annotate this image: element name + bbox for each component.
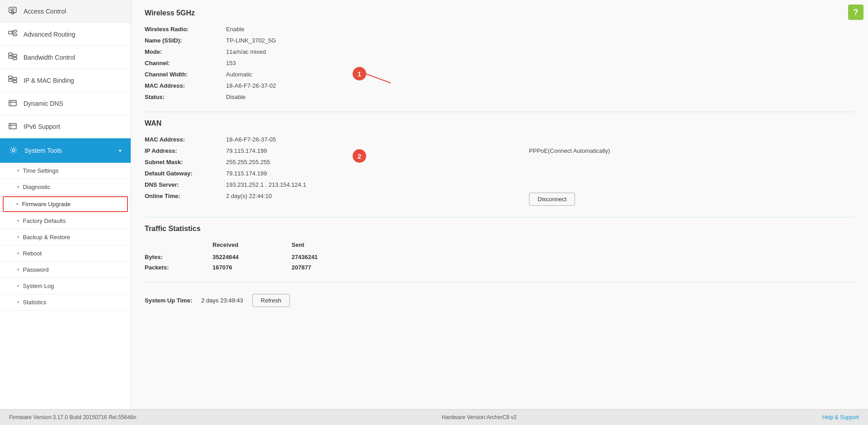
subitem-label: Time Settings <box>23 167 59 174</box>
field-value: 255.255.255.255 <box>226 156 515 168</box>
shield-icon <box>8 6 18 16</box>
sidebar-subitem-backup-restore[interactable]: Backup & Restore <box>0 229 131 246</box>
field-label: Channel Width: <box>145 69 226 80</box>
sidebar-subitem-diagnostic[interactable]: Diagnostic <box>0 179 131 195</box>
help-support-link[interactable]: Help & Support <box>822 414 859 420</box>
subitem-label: Password <box>23 266 49 273</box>
svg-rect-12 <box>13 57 17 60</box>
binding-icon <box>8 76 18 85</box>
field-extra <box>515 179 854 190</box>
table-row: Default Gateway: 79.115.174.199 <box>145 168 854 179</box>
disconnect-button[interactable]: Disconnect <box>529 193 575 206</box>
table-row: MAC Address: 18-A6-F7-26-37-05 <box>145 134 854 145</box>
sidebar-item-access-control[interactable]: Access Control <box>0 0 131 23</box>
firmware-version: Firmware Version:3.17.0 Build 20150716 R… <box>9 414 137 420</box>
subitem-label: Factory Defaults <box>23 217 66 224</box>
section-divider-3 <box>145 282 854 282</box>
table-row: Channel Width: Automatic <box>145 69 854 80</box>
field-extra: PPPoE(Connect Automatically) <box>515 145 854 156</box>
svg-line-8 <box>12 33 13 35</box>
svg-rect-14 <box>9 79 12 81</box>
svg-rect-16 <box>13 80 17 83</box>
sidebar-item-dynamic-dns[interactable]: Dynamic DNS <box>0 92 131 115</box>
svg-point-23 <box>12 149 15 151</box>
uptime-label: System Up Time: <box>145 297 192 304</box>
svg-rect-15 <box>13 77 17 80</box>
sidebar-subitem-factory-defaults[interactable]: Factory Defaults <box>0 213 131 229</box>
footer: Firmware Version:3.17.0 Build 20150716 R… <box>0 409 868 425</box>
field-label: Mode: <box>145 46 226 57</box>
uptime-section: System Up Time: 2 days 23:49:43 Refresh <box>145 289 854 312</box>
svg-rect-13 <box>9 76 12 78</box>
table-row-bytes: Bytes: 35224644 27436241 <box>145 252 371 262</box>
traffic-section-title: Traffic Statistics <box>145 225 854 233</box>
field-label: Online Time: <box>145 190 226 208</box>
sidebar-item-label: IP & MAC Binding <box>24 77 74 84</box>
sidebar-item-advanced-routing[interactable]: Advanced Routing <box>0 23 131 46</box>
sidebar-subitem-firmware-upgrade[interactable]: Firmware Upgrade <box>3 196 128 212</box>
refresh-button[interactable]: Refresh <box>252 294 290 307</box>
annotation-2: 2 <box>353 149 366 163</box>
table-header-row: Received Sent <box>145 239 371 252</box>
sidebar-item-ip-mac-binding[interactable]: IP & MAC Binding <box>0 69 131 92</box>
field-value: Enable <box>226 24 854 35</box>
wan-section: WAN MAC Address: 18-A6-F7-26-37-05 IP Ad… <box>145 119 854 208</box>
table-row: MAC Address: 18-A6-F7-26-37-02 <box>145 80 854 91</box>
sidebar-item-label: IPv6 Support <box>24 123 60 130</box>
sidebar-subitem-system-log[interactable]: System Log <box>0 278 131 294</box>
field-value: 79.115.174.199 <box>226 145 515 156</box>
field-label: Status: <box>145 91 226 103</box>
table-row: Status: Disable <box>145 91 854 103</box>
field-value: 193.231.252.1 , 213.154.124.1 <box>226 179 515 190</box>
table-row: Channel: 153 <box>145 57 854 69</box>
field-value: Automatic <box>226 69 854 80</box>
sidebar-subitem-time-settings[interactable]: Time Settings <box>0 163 131 179</box>
field-value: 79.115.174.199 <box>226 168 515 179</box>
svg-rect-10 <box>9 56 12 58</box>
packets-received: 167076 <box>212 262 292 273</box>
wan-info-table: MAC Address: 18-A6-F7-26-37-05 IP Addres… <box>145 134 854 208</box>
table-row: Online Time: 2 day(s) 22:44:10 Disconnec… <box>145 190 854 208</box>
field-value: 153 <box>226 57 854 69</box>
field-value: 11a/n/ac mixed <box>226 46 854 57</box>
field-label: Wireless Radio: <box>145 24 226 35</box>
sidebar: Access Control Advanced Routing <box>0 0 131 409</box>
sidebar-item-label: Bandwidth Control <box>24 54 75 61</box>
bytes-sent: 27436241 <box>292 252 371 262</box>
sidebar-item-label: System Tools <box>24 147 62 154</box>
sidebar-subitem-password[interactable]: Password <box>0 262 131 278</box>
col-header-label <box>145 239 212 252</box>
chevron-down-icon: ▾ <box>119 148 122 154</box>
sidebar-item-system-tools[interactable]: System Tools ▾ <box>0 138 131 163</box>
sidebar-item-ipv6-support[interactable]: IPv6 Support <box>0 115 131 138</box>
section-divider-1 <box>145 112 854 112</box>
bytes-received: 35224644 <box>212 252 292 262</box>
table-row: Wireless Radio: Enable <box>145 24 854 35</box>
svg-rect-11 <box>13 54 17 57</box>
wan-section-title: WAN <box>145 119 854 128</box>
field-label: Subnet Mask: <box>145 156 226 168</box>
sidebar-subitem-reboot[interactable]: Reboot <box>0 246 131 262</box>
traffic-table: Received Sent Bytes: 35224644 27436241 P… <box>145 239 371 273</box>
field-label: Default Gateway: <box>145 168 226 179</box>
ipv6-icon <box>8 122 18 132</box>
svg-rect-4 <box>9 31 12 34</box>
sidebar-subitem-statistics[interactable]: Statistics <box>0 294 131 311</box>
gear-icon <box>9 146 19 156</box>
dns-icon <box>8 99 18 109</box>
sidebar-item-label: Advanced Routing <box>24 31 75 38</box>
help-button[interactable]: ? <box>848 5 863 20</box>
svg-rect-6 <box>13 34 17 36</box>
sidebar-item-bandwidth-control[interactable]: Bandwidth Control <box>0 46 131 69</box>
table-row: IP Address: 79.115.174.199 PPPoE(Connect… <box>145 145 854 156</box>
field-label: Name (SSID): <box>145 35 226 46</box>
svg-rect-20 <box>9 123 16 129</box>
subitem-label: Statistics <box>23 299 47 306</box>
field-value: 2 day(s) 22:44:10 <box>226 190 515 208</box>
section-divider-2 <box>145 217 854 217</box>
svg-rect-9 <box>9 53 12 55</box>
uptime-value: 2 days 23:49:43 <box>201 297 243 304</box>
field-label: MAC Address: <box>145 134 226 145</box>
field-value: Disable <box>226 91 854 103</box>
annotation-1: 1 <box>353 67 366 80</box>
